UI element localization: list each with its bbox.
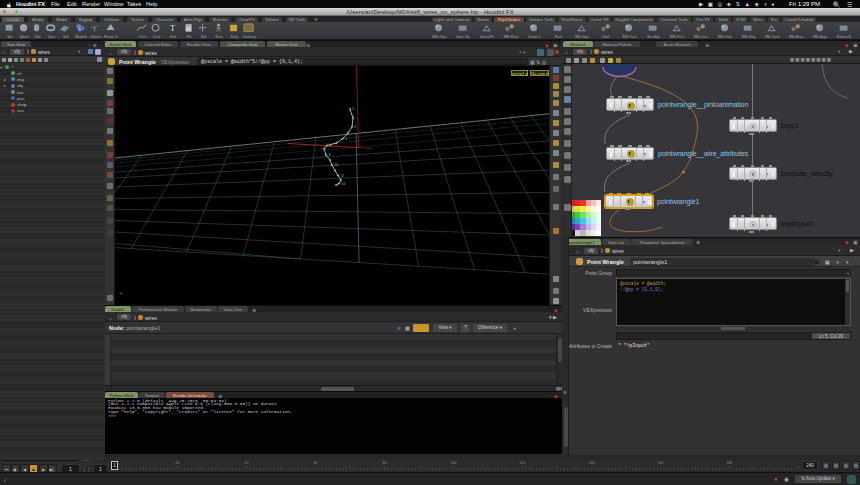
svg-text:100: 100 — [451, 461, 457, 465]
svg-text:20: 20 — [176, 461, 180, 465]
svg-text:14: 14 — [342, 182, 346, 186]
svg-text:180: 180 — [727, 461, 733, 465]
svg-text:6: 6 — [330, 144, 332, 148]
svg-text:120: 120 — [520, 461, 526, 465]
svg-text:60: 60 — [314, 461, 318, 465]
svg-text:2: 2 — [355, 125, 357, 129]
svg-text:80: 80 — [383, 461, 387, 465]
svg-text:140: 140 — [589, 461, 595, 465]
svg-text:4: 4 — [346, 137, 348, 141]
svg-text:T: T — [170, 24, 175, 33]
svg-text:12: 12 — [341, 174, 345, 178]
svg-text:8: 8 — [329, 153, 331, 157]
svg-text:40: 40 — [245, 461, 249, 465]
svg-text:0: 0 — [353, 107, 355, 111]
svg-text:160: 160 — [658, 461, 664, 465]
svg-text:10: 10 — [335, 163, 339, 167]
